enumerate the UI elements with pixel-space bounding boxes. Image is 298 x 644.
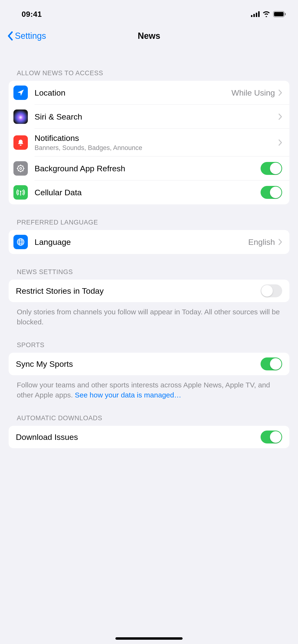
home-indicator[interactable] (115, 637, 183, 640)
row-cellular: Cellular Data (9, 180, 289, 204)
chevron-right-icon (278, 113, 282, 120)
svg-line-16 (23, 166, 23, 166)
svg-line-13 (18, 166, 19, 166)
svg-rect-6 (285, 13, 286, 15)
section-header-sports: SPORTS (0, 342, 298, 353)
group-sports: Sync My Sports (9, 353, 289, 375)
gear-icon (14, 161, 28, 176)
row-siri[interactable]: Siri & Search (9, 105, 289, 129)
language-label: Language (35, 238, 71, 246)
row-sync-sports: Sync My Sports (9, 353, 289, 375)
section-header-access: ALLOW NEWS TO ACCESS (0, 70, 298, 81)
refresh-label: Background App Refresh (35, 164, 125, 173)
svg-line-14 (23, 170, 23, 171)
sync-sports-toggle[interactable] (261, 358, 282, 370)
svg-rect-3 (258, 11, 260, 17)
status-time: 09:41 (22, 10, 42, 19)
row-location[interactable]: Location While Using (9, 81, 289, 105)
section-sports: SPORTS Sync My Sports Follow your teams … (0, 342, 298, 400)
group-access: Location While Using Siri & Search Notif… (9, 81, 289, 204)
svg-point-8 (20, 168, 22, 170)
nav-bar: Settings News (0, 24, 298, 48)
svg-line-15 (18, 170, 19, 171)
row-download-issues: Download Issues (9, 426, 289, 448)
notifications-label: Notifications (35, 134, 79, 142)
section-news-settings: NEWS SETTINGS Restrict Stories in Today … (0, 268, 298, 327)
siri-icon (14, 110, 28, 124)
svg-point-18 (20, 191, 21, 192)
svg-rect-1 (253, 14, 255, 17)
section-header-news: NEWS SETTINGS (0, 268, 298, 280)
section-header-auto: AUTOMATIC DOWNLOADS (0, 414, 298, 426)
chevron-right-icon (278, 238, 282, 245)
row-notifications[interactable]: Notifications Banners, Sounds, Badges, A… (9, 129, 289, 156)
location-value: While Using (232, 88, 275, 98)
background-refresh-toggle[interactable] (261, 162, 282, 175)
siri-label: Siri & Search (35, 112, 82, 121)
group-language: Language English (9, 230, 289, 254)
status-icons (251, 11, 286, 17)
row-restrict: Restrict Stories in Today (9, 280, 289, 302)
data-managed-link[interactable]: See how your data is managed… (75, 391, 181, 399)
chevron-right-icon (278, 139, 282, 146)
group-auto: Download Issues (9, 426, 289, 448)
cellular-signal-icon (251, 11, 260, 17)
page-title: News (0, 31, 298, 41)
group-news: Restrict Stories in Today (9, 280, 289, 302)
cellular-toggle[interactable] (261, 186, 282, 199)
svg-rect-2 (256, 13, 257, 17)
sports-footer: Follow your teams and other sports inter… (0, 375, 298, 400)
restrict-toggle[interactable] (261, 284, 282, 297)
section-auto-downloads: AUTOMATIC DOWNLOADS Download Issues (0, 414, 298, 448)
wifi-icon (262, 11, 270, 17)
section-language: PREFERRED LANGUAGE Language English (0, 219, 298, 254)
globe-icon (14, 235, 28, 249)
location-icon (14, 86, 28, 100)
chevron-right-icon (278, 89, 282, 96)
download-issues-toggle[interactable] (261, 430, 282, 444)
download-issues-label: Download Issues (16, 432, 78, 442)
row-language[interactable]: Language English (9, 230, 289, 254)
notifications-icon (14, 135, 28, 150)
restrict-label: Restrict Stories in Today (16, 286, 104, 296)
sync-sports-label: Sync My Sports (16, 360, 73, 368)
cellular-label: Cellular Data (35, 188, 82, 197)
location-label: Location (35, 88, 66, 97)
news-footer: Only stories from channels you follow wi… (0, 302, 298, 327)
status-bar: 09:41 (0, 0, 298, 24)
battery-icon (273, 11, 286, 17)
language-value: English (248, 238, 275, 247)
cellular-icon (14, 185, 28, 200)
section-header-language: PREFERRED LANGUAGE (0, 219, 298, 230)
row-background-refresh: Background App Refresh (9, 156, 289, 180)
svg-rect-0 (251, 15, 252, 17)
svg-rect-5 (274, 12, 284, 16)
section-access: ALLOW NEWS TO ACCESS Location While Usin… (0, 70, 298, 204)
notifications-sub: Banners, Sounds, Badges, Announce (35, 144, 278, 152)
